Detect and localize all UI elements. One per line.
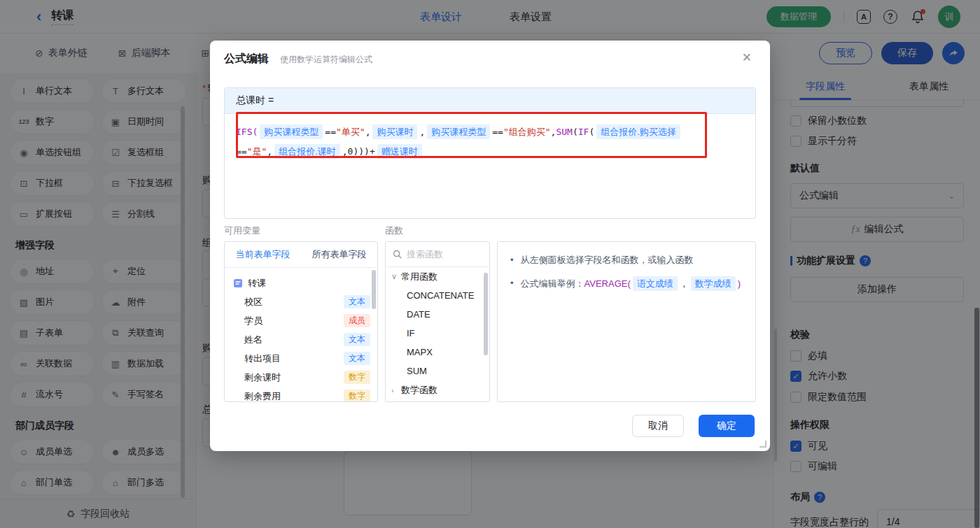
help-panel: • 从左侧面板选择字段名和函数，或输入函数 • 公式编辑举例：AVERAGE(语… [497,241,756,402]
type-badge: 成员 [344,314,370,327]
type-badge: 文本 [344,333,370,346]
function-search-input[interactable] [407,249,477,259]
type-badge: 文本 [344,295,370,308]
function-item[interactable]: CONCATENATE [386,286,489,305]
field-chip: 语文成绩 [633,276,678,291]
tab-current-form-fields[interactable]: 当前表单字段 [225,248,301,261]
variable-row[interactable]: 学员成员 [225,311,377,330]
search-icon [393,250,402,259]
function-item[interactable]: DATE [386,305,489,324]
functions-scrollbar[interactable] [484,273,488,355]
type-badge: 数字 [344,371,370,384]
functions-panel: ∨常用函数 CONCATENATE DATE IF MAPX SUM ›数学函数… [385,241,490,402]
function-group-common[interactable]: ∨常用函数 [386,267,489,286]
modal-header: 公式编辑 使用数学运算符编辑公式 [224,52,372,66]
modal-subtitle: 使用数学运算符编辑公式 [280,54,372,66]
type-badge: 文本 [344,352,370,365]
function-item[interactable]: IF [386,324,489,343]
formula-editor-modal: 公式编辑 使用数学运算符编辑公式 ✕ 总课时 = IFS(购买课程类型=="单买… [210,41,770,451]
variables-label: 可用变量 [224,224,260,237]
chevron-right-icon: › [391,386,401,394]
function-item[interactable]: MAPX [386,343,489,362]
variable-row[interactable]: 剩余课时数字 [225,368,377,387]
function-token: AVERAGE( [584,278,631,289]
type-badge: 数字 [344,390,370,402]
variables-list: 转课 校区文本 学员成员 姓名文本 转出项目文本 剩余课时数字 剩余费用数字 [225,268,377,402]
red-annotation-box [236,112,707,158]
functions-label: 函数 [385,224,403,237]
formula-target: 总课时 = [225,88,755,114]
variable-row[interactable]: 校区文本 [225,292,377,311]
variable-row[interactable]: 姓名文本 [225,330,377,349]
modal-title: 公式编辑 [224,52,269,66]
close-icon[interactable]: ✕ [742,50,752,65]
help-bullet: • 从左侧面板选择字段名和函数，或输入函数 [510,253,743,267]
variables-tabs: 当前表单字段 所有表单字段 [225,242,377,268]
resize-handle-icon[interactable] [760,441,766,448]
field-chip: 数学成绩 [691,276,736,291]
function-search [386,242,489,267]
variables-panel: 当前表单字段 所有表单字段 转课 校区文本 学员成员 姓名文本 转出项目文本 剩… [224,241,378,402]
variable-row[interactable]: 剩余费用数字 [225,387,377,402]
form-icon [233,278,243,288]
function-token: ) [738,278,741,289]
help-bullet-example: • 公式编辑举例：AVERAGE(语文成绩，数学成绩) [510,276,743,291]
ok-button[interactable]: 确定 [699,415,755,437]
form-node[interactable]: 转课 [225,273,377,292]
variables-scrollbar[interactable] [372,270,376,309]
chevron-down-icon: ∨ [391,272,401,281]
function-item[interactable]: SUM [386,362,489,380]
cancel-button[interactable]: 取消 [632,415,684,437]
variable-row[interactable]: 转出项目文本 [225,349,377,368]
tab-all-form-fields[interactable]: 所有表单字段 [301,248,377,261]
form-designer-page: ‹ 转课 表单设计 表单设置 数据管理 A ? 训 ⊘ 表单外链 ⊠ [0,0,980,528]
function-group-math[interactable]: ›数学函数 [386,380,489,399]
function-group-text[interactable]: ›文本函数 [386,399,489,402]
